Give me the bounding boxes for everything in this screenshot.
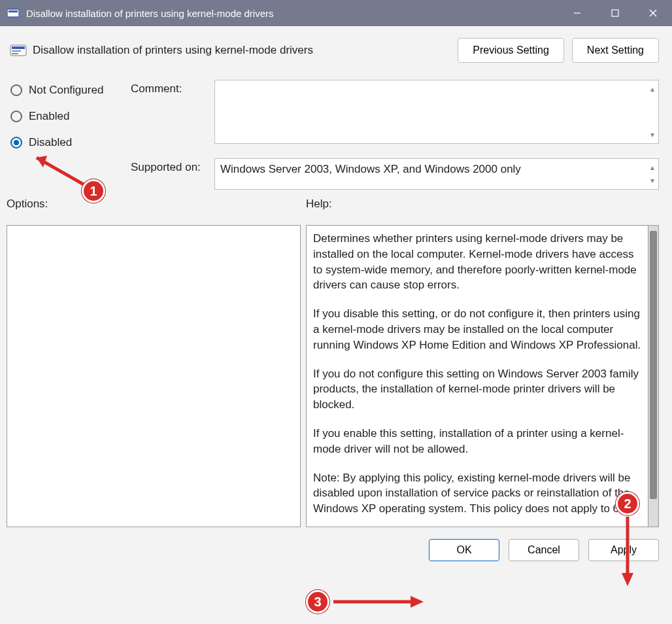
scroll-down-icon[interactable]: ▾ (650, 130, 654, 139)
help-paragraph: If you disable this setting, or do not c… (313, 306, 641, 353)
dialog-footer: OK Cancel Apply (0, 527, 672, 561)
maximize-button[interactable] (596, 0, 634, 26)
cancel-button[interactable]: Cancel (509, 539, 579, 561)
previous-setting-button[interactable]: Previous Setting (458, 38, 564, 63)
help-pane: Determines whether printers using kernel… (306, 225, 648, 527)
radio-enabled[interactable]: Enabled (10, 110, 131, 123)
scroll-down-icon[interactable]: ▾ (650, 176, 654, 185)
svg-rect-0 (7, 9, 19, 17)
radio-icon (10, 84, 22, 96)
ok-button[interactable]: OK (429, 539, 499, 561)
window-controls (558, 0, 672, 26)
radio-not-configured[interactable]: Not Configured (10, 84, 131, 97)
config-area: Not Configured Enabled Disabled Comment:… (0, 65, 672, 195)
policy-icon (9, 43, 27, 58)
help-paragraph: If you enable this setting, installation… (313, 426, 641, 457)
comments-column: Comment: ▴ ▾ Supported on: Windows Serve… (131, 80, 659, 190)
options-pane (7, 225, 301, 527)
radio-label: Enabled (29, 110, 69, 123)
header-row: Disallow installation of printers using … (0, 26, 672, 65)
svg-rect-9 (12, 53, 18, 54)
bottom-panes: Determines whether printers using kernel… (0, 213, 672, 527)
apply-button[interactable]: Apply (588, 539, 659, 561)
app-icon (7, 7, 20, 20)
state-radio-group: Not Configured Enabled Disabled (10, 80, 131, 190)
options-label: Options: (7, 198, 306, 211)
svg-rect-3 (612, 10, 618, 16)
radio-icon (10, 111, 22, 122)
radio-label: Not Configured (29, 84, 103, 97)
help-label: Help: (306, 198, 332, 211)
scrollbar-thumb[interactable] (650, 231, 657, 499)
scroll-up-icon[interactable]: ▴ (650, 84, 654, 94)
help-paragraph: Determines whether printers using kernel… (313, 231, 641, 293)
radio-icon (10, 137, 22, 148)
close-button[interactable] (634, 0, 672, 26)
comment-textarea[interactable]: ▴ ▾ (214, 80, 659, 144)
pane-labels: Options: Help: (0, 195, 672, 213)
help-paragraph: If you do not configure this setting on … (313, 366, 641, 413)
help-paragraph: Note: By applying this policy, existing … (313, 470, 641, 517)
titlebar: Disallow installation of printers using … (0, 0, 672, 26)
svg-marker-13 (622, 573, 633, 586)
window-title: Disallow installation of printers using … (26, 8, 558, 19)
svg-rect-1 (8, 10, 18, 12)
scroll-up-icon[interactable]: ▴ (650, 163, 654, 172)
supported-on-value: Windows Server 2003, Windows XP, and Win… (220, 163, 521, 176)
annotation-badge-3: 3 (306, 590, 329, 614)
next-setting-button[interactable]: Next Setting (572, 38, 659, 63)
radio-label: Disabled (29, 136, 72, 149)
policy-name: Disallow installation of printers using … (33, 44, 313, 57)
radio-disabled[interactable]: Disabled (10, 136, 131, 149)
help-scrollbar[interactable] (648, 225, 659, 527)
supported-label: Supported on: (131, 158, 214, 174)
svg-marker-15 (411, 596, 424, 608)
help-pane-wrap: Determines whether printers using kernel… (306, 225, 659, 527)
svg-rect-7 (12, 46, 25, 49)
minimize-button[interactable] (558, 0, 596, 26)
supported-on-box: Windows Server 2003, Windows XP, and Win… (214, 158, 659, 190)
svg-rect-8 (12, 50, 21, 52)
comment-label: Comment: (131, 80, 214, 95)
